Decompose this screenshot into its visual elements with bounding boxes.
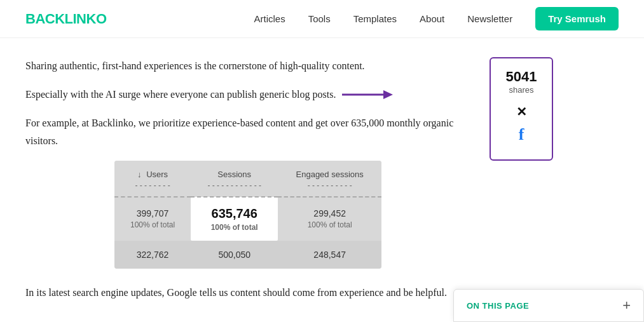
nav-newsletter[interactable]: Newsletter xyxy=(467,13,512,24)
nav-templates[interactable]: Templates xyxy=(353,13,397,24)
share-count: 5041 xyxy=(498,69,544,85)
cell-engaged-2: 248,547 xyxy=(278,241,381,269)
on-this-page-plus-icon[interactable]: + xyxy=(622,299,631,312)
facebook-icon: f xyxy=(519,125,524,144)
cell-users-2: 322,762 xyxy=(114,241,191,269)
nav-articles[interactable]: Articles xyxy=(254,13,285,24)
logo-text: BACKLINK xyxy=(25,11,96,27)
nav-links: Articles Tools Templates About Newslette… xyxy=(254,13,619,25)
cell-sessions-1-highlight: 635,746 100% of total xyxy=(191,197,278,241)
article-para4: In its latest search engine updates, Goo… xyxy=(25,284,470,301)
share-sidebar: 5041 shares ✕ f xyxy=(490,57,559,312)
article-para3: For example, at Backlinko, we prioritize… xyxy=(25,114,470,149)
table-row-2: 322,762 500,050 248,547 xyxy=(114,241,381,269)
col-sessions: Sessions - - - - - - - - - - - - xyxy=(191,161,278,197)
nav-cta-button[interactable]: Try Semrush xyxy=(535,7,619,30)
arrow-icon xyxy=(342,87,393,102)
article-para1: Sharing authentic, first-hand experience… xyxy=(25,57,470,74)
x-icon: ✕ xyxy=(516,105,527,119)
logo[interactable]: BACKLINKO xyxy=(25,11,107,27)
article-body: Sharing authentic, first-hand experience… xyxy=(25,57,470,312)
data-table-wrap: ↓ Users - - - - - - - - Sessions - - - -… xyxy=(114,161,381,269)
share-box: 5041 shares ✕ f xyxy=(490,57,553,161)
col-engaged: Engaged sessions - - - - - - - - - - xyxy=(278,161,381,197)
on-this-page-bar[interactable]: ON THIS PAGE + xyxy=(453,289,644,312)
twitter-share-button[interactable]: ✕ xyxy=(498,104,544,120)
nav-tools[interactable]: Tools xyxy=(308,13,331,24)
nav-about[interactable]: About xyxy=(420,13,444,24)
sort-arrow-icon: ↓ xyxy=(137,170,142,179)
share-label: shares xyxy=(498,85,544,95)
arrow-row: Especially with the AI surge where every… xyxy=(25,86,470,103)
svg-marker-1 xyxy=(383,90,393,99)
col-users: ↓ Users - - - - - - - - xyxy=(114,161,191,197)
logo-letter: O xyxy=(96,11,107,27)
facebook-share-button[interactable]: f xyxy=(498,125,544,144)
cell-engaged-1: 299,452 100% of total xyxy=(278,197,381,241)
on-this-page-label: ON THIS PAGE xyxy=(467,301,529,311)
table-row-1: 399,707 100% of total 635,746 100% of to… xyxy=(114,197,381,241)
analytics-table: ↓ Users - - - - - - - - Sessions - - - -… xyxy=(114,161,381,269)
main-nav: BACKLINKO Articles Tools Templates About… xyxy=(0,0,644,38)
cell-sessions-2: 500,050 xyxy=(191,241,278,269)
page-content: Sharing authentic, first-hand experience… xyxy=(0,38,644,312)
cell-users-1: 399,707 100% of total xyxy=(114,197,191,241)
article-para2: Especially with the AI surge where every… xyxy=(25,86,336,103)
